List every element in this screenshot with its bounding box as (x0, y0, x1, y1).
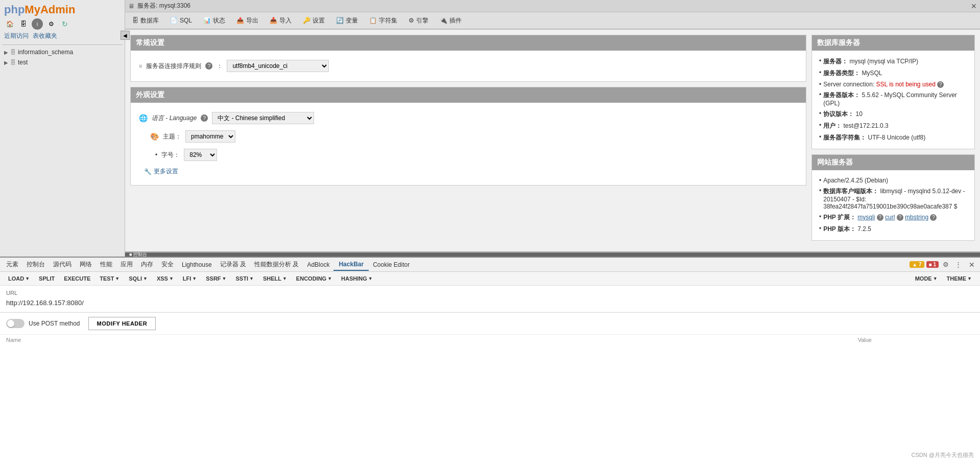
console-tab-application[interactable]: 应用 (116, 258, 137, 271)
hashing-dropdown-icon: ▼ (368, 276, 373, 281)
console-tab-hackbar[interactable]: HackBar (333, 259, 369, 271)
console-panel-indicator: ■ 控制台 (125, 252, 980, 257)
curl-link[interactable]: curl (885, 214, 895, 221)
tab-sql[interactable]: 📄 SQL (165, 13, 197, 28)
shell-label: SHELL (263, 275, 281, 282)
modify-header-btn[interactable]: MODIFY HEADER (88, 317, 156, 330)
db-server-header: 数据库服务器 (812, 35, 974, 51)
language-select[interactable]: 中文 - Chinese simplified English Français… (212, 112, 314, 124)
fontsize-select[interactable]: 82% 100% 120% (184, 149, 217, 161)
db-item-test[interactable]: ▶ 🗄 test (0, 57, 125, 67)
theme-hackbar-btn[interactable]: THEME ▼ (943, 274, 976, 283)
refresh-icon[interactable]: ↻ (59, 18, 70, 30)
tab-variables[interactable]: 🔄 变量 (331, 13, 363, 28)
console-tab-security[interactable]: 安全 (157, 258, 178, 271)
console-tab-elements[interactable]: 元素 (2, 258, 22, 271)
url-value: http://192.168.9.157:8080/ (6, 298, 974, 308)
console-tab-lighthouse[interactable]: Lighthouse (178, 259, 216, 270)
console-tab-recorder[interactable]: 记录器 及 (216, 258, 250, 271)
close-console-btn[interactable]: ✕ (966, 260, 978, 270)
nav-favorites-link[interactable]: 表收藏夹 (33, 32, 57, 40)
console-tab-memory[interactable]: 内存 (137, 258, 157, 271)
curl-info-icon[interactable]: ? (897, 214, 903, 221)
more-console-btn[interactable]: ⋮ (953, 260, 964, 269)
console-tab-network[interactable]: 网络 (76, 258, 96, 271)
collation-help-icon[interactable]: ? (205, 62, 212, 70)
sidebar-collapse-btn[interactable]: ◀ (121, 31, 130, 40)
tab-status[interactable]: 📊 状态 (198, 13, 230, 28)
settings-console-btn[interactable]: ⚙ (941, 260, 951, 269)
lfi-btn[interactable]: LFI ▼ (179, 274, 201, 283)
tab-charset[interactable]: 📋 字符集 (364, 13, 402, 28)
database-icon[interactable]: 🗄 (18, 18, 29, 30)
xss-dropdown-icon: ▼ (169, 276, 174, 281)
hackbar-body: URL http://192.168.9.157:8080/ (0, 286, 980, 312)
collation-icon: ≡ (139, 63, 142, 69)
shell-btn[interactable]: SHELL ▼ (259, 274, 291, 283)
window-title-text: 服务器: mysql:3306 (137, 2, 968, 10)
mysqli-info-icon[interactable]: ? (877, 214, 883, 221)
more-settings-link[interactable]: 🔧 更多设置 (144, 167, 798, 176)
db-server-item-0: •服务器： mysql (mysql via TCP/IP) (819, 56, 967, 67)
tab-plugins[interactable]: 🔌 插件 (435, 13, 467, 28)
console-tab-console[interactable]: 控制台 (22, 258, 49, 271)
tab-engine[interactable]: ⚙ 引擎 (403, 13, 434, 28)
console-tab-performance-insights[interactable]: 性能数据分析 及 (250, 258, 303, 271)
post-toggle-switch[interactable] (6, 319, 25, 328)
status-tab-label: 状态 (213, 16, 225, 25)
home-icon[interactable]: 🏠 (4, 18, 15, 30)
import-tab-label: 导入 (279, 16, 292, 25)
console-tab-source[interactable]: 源代码 (49, 258, 76, 271)
console-tab-performance[interactable]: 性能 (96, 258, 116, 271)
console-tab-adblock[interactable]: AdBlock (303, 259, 333, 270)
xss-label: XSS (157, 275, 168, 282)
status-tab-icon: 📊 (203, 17, 211, 24)
sql-tab-icon: 📄 (170, 17, 178, 24)
main-area: 🖥 服务器: mysql:3306 ✕ 🗄 数据库 📄 SQL 📊 状态 📤 导… (125, 0, 980, 257)
tab-export[interactable]: 📤 导出 (231, 13, 264, 28)
collation-select[interactable]: utf8mb4_unicode_ci utf8_general_ci utf8m… (227, 60, 329, 72)
window-close-btn[interactable]: ✕ (971, 2, 977, 10)
tab-database[interactable]: 🗄 数据库 (127, 13, 164, 28)
mode-dropdown-icon: ▼ (933, 276, 938, 281)
execute-btn[interactable]: EXECUTE (60, 274, 94, 283)
mysqli-link[interactable]: mysqli (857, 214, 875, 221)
language-help-icon[interactable]: ? (201, 114, 208, 122)
ssl-help-icon[interactable]: ? (937, 81, 944, 88)
console-tab-cookie-editor[interactable]: Cookie Editor (369, 259, 414, 270)
db-server-item-3: •服务器版本： 5.5.62 - MySQL Community Server … (819, 89, 967, 108)
mbstring-link[interactable]: mbstring (905, 214, 928, 221)
db-server-item-5: •用户： test@172.21.0.3 (819, 120, 967, 132)
ssti-btn[interactable]: SSTI ▼ (232, 274, 258, 283)
mbstring-info-icon[interactable]: ? (930, 214, 937, 221)
sqli-btn[interactable]: SQLI ▼ (125, 274, 152, 283)
settings-tab-label: 设置 (313, 16, 325, 25)
xss-btn[interactable]: XSS ▼ (153, 274, 178, 283)
mode-btn[interactable]: MODE ▼ (911, 274, 942, 283)
hashing-btn[interactable]: HASHING ▼ (337, 274, 377, 283)
nav-recent-link[interactable]: 近期访问 (4, 32, 29, 40)
export-tab-icon: 📤 (236, 17, 244, 24)
load-btn[interactable]: LOAD ▼ (4, 274, 34, 283)
db-server-item-6: •服务器字符集： UTF-8 Unicode (utf8) (819, 132, 967, 144)
tab-import[interactable]: 📥 导入 (265, 13, 297, 28)
encoding-dropdown-icon: ▼ (327, 276, 332, 281)
db-server-body: •服务器： mysql (mysql via TCP/IP) •服务器类型： M… (812, 51, 974, 149)
theme-hackbar-dropdown-icon: ▼ (967, 276, 972, 281)
db-server-info: 数据库服务器 •服务器： mysql (mysql via TCP/IP) •服… (811, 35, 975, 149)
info-icon[interactable]: i (32, 18, 43, 30)
tab-settings[interactable]: 🔑 设置 (298, 13, 330, 28)
db-item-information-schema[interactable]: ▶ 🗄 information_schema (0, 47, 125, 57)
test-dropdown-icon: ▼ (115, 276, 119, 281)
split-btn[interactable]: SPLIT (35, 274, 59, 283)
theme-select[interactable]: pmahomme original metro (185, 130, 235, 143)
encoding-btn[interactable]: ENCODING ▼ (292, 274, 336, 283)
error-badge: ■ 1 (926, 261, 939, 268)
test-btn[interactable]: TEST ▼ (95, 274, 124, 283)
db-expand-icon: ▶ (4, 50, 8, 55)
database-tab-label: 数据库 (140, 16, 159, 25)
load-dropdown-icon: ▼ (25, 276, 30, 281)
settings-icon[interactable]: ⚙ (45, 18, 57, 30)
db-tree: ▶ 🗄 information_schema ▶ 🗄 test (0, 45, 125, 70)
ssrf-btn[interactable]: SSRF ▼ (202, 274, 230, 283)
